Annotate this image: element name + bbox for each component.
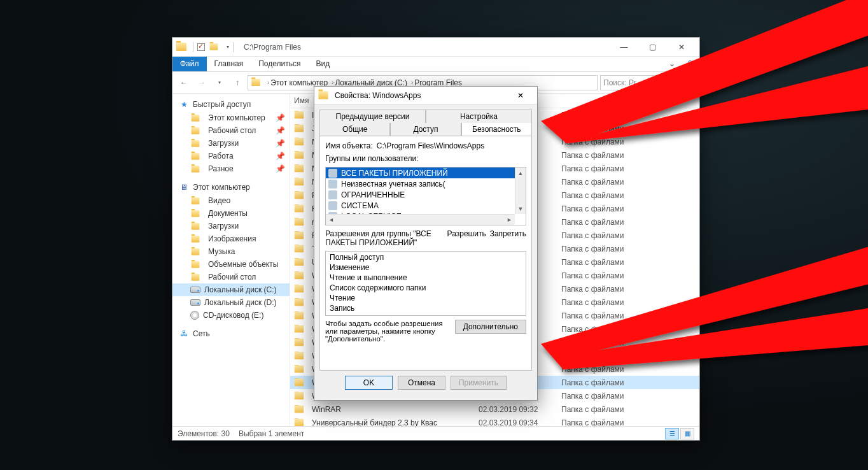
quick-access-toolbar: ▾ — [193, 42, 234, 52]
allow-header: Разрешить — [447, 229, 486, 247]
nav-pc-item[interactable]: Объемные объекты — [172, 258, 290, 271]
ribbon-tab-home[interactable]: Главная — [207, 57, 251, 71]
user-list-item[interactable]: Неизвестная учетная запись( — [326, 178, 526, 189]
ribbon-tab-view[interactable]: Вид — [308, 57, 337, 71]
ribbon-tabs: Файл Главная Поделиться Вид ⌄ ? — [172, 57, 699, 72]
nav-quick-item[interactable]: Загрузки📌 — [172, 137, 290, 150]
nav-quick-item[interactable]: Разное📌 — [172, 162, 290, 175]
folder-icon — [176, 43, 186, 51]
dialog-tabs: Предыдущие версии Настройка Общие Доступ… — [319, 110, 532, 136]
deny-header: Запретить — [490, 229, 526, 247]
folder-icon — [295, 272, 304, 280]
column-type[interactable] — [561, 96, 696, 105]
folder-icon — [295, 325, 304, 333]
tab-security[interactable]: Безопасность — [461, 123, 532, 136]
permissions-listbox[interactable]: Полный доступИзменениеЧтение и выполнени… — [325, 251, 526, 316]
permission-item: Чтение и выполнение — [330, 273, 522, 283]
permission-item: Изменение — [330, 263, 522, 273]
nav-quick-item[interactable]: Этот компьютер📌 — [172, 111, 290, 124]
folder-icon — [295, 205, 304, 213]
advanced-button[interactable]: Дополнительно — [455, 320, 526, 334]
user-list-item[interactable]: ВСЕ ПАКЕТЫ ПРИЛОЖЕНИЙ — [326, 167, 526, 178]
scrollbar-vertical[interactable]: ▲ ▼ — [515, 167, 526, 214]
forward-button[interactable]: → — [194, 75, 209, 90]
ok-button[interactable]: OK — [345, 376, 393, 390]
up-button[interactable]: ↑ — [230, 75, 245, 90]
user-list-item[interactable]: СИСТЕМА — [326, 200, 526, 211]
nav-this-pc[interactable]: 🖥 Этот компьютер — [172, 180, 290, 194]
nav-pc-item[interactable]: Локальный диск (C:) — [172, 283, 290, 296]
search-icon: 🔍 — [683, 78, 692, 87]
scroll-up-icon[interactable]: ▲ — [515, 167, 526, 178]
security-tab-page: Имя объекта: C:\Program Files\WindowsApp… — [319, 136, 532, 371]
folder-icon — [192, 127, 200, 134]
permission-item: Запись — [330, 304, 522, 314]
qat-properties-icon[interactable] — [197, 43, 205, 51]
ribbon-expand-icon[interactable]: ⌄ — [661, 57, 680, 71]
folder-icon — [295, 152, 304, 159]
folder-icon — [295, 352, 304, 360]
recent-dropdown-icon[interactable]: ▾ — [212, 75, 227, 90]
ribbon-help-icon[interactable]: ? — [680, 57, 699, 71]
folder-icon — [295, 419, 304, 427]
dialog-title: Свойства: WindowsApps — [335, 91, 421, 100]
permissions-label: Разрешения для группы "ВСЕ ПАКЕТЫ ПРИЛОЖ… — [325, 229, 447, 247]
ribbon-tab-share[interactable]: Поделиться — [251, 57, 308, 71]
scrollbar-horizontal[interactable]: ◄ ► — [326, 214, 515, 225]
qat-customize-icon[interactable]: ▾ — [227, 44, 229, 50]
ribbon-tab-file[interactable]: Файл — [172, 57, 207, 71]
pin-icon: 📌 — [276, 139, 283, 148]
nav-pc-item[interactable]: Загрузки — [172, 220, 290, 232]
maximize-button[interactable]: ▢ — [638, 38, 667, 57]
folder-icon — [192, 166, 200, 172]
folder-icon — [295, 138, 304, 146]
user-list-item[interactable]: ОГРАНИЧЕННЫЕ — [326, 189, 526, 200]
nav-pc-item[interactable]: Изображения — [172, 232, 290, 245]
nav-pc-item[interactable]: Музыка — [172, 245, 290, 258]
back-button[interactable]: ← — [176, 75, 192, 90]
tab-previous-versions[interactable]: Предыдущие версии — [319, 110, 426, 123]
nav-pc-item[interactable]: Документы — [172, 207, 290, 220]
cd-icon — [190, 311, 199, 320]
scroll-right-icon[interactable]: ► — [504, 215, 515, 225]
pin-icon: 📌 — [276, 152, 283, 160]
nav-network[interactable]: 🖧 Сеть — [172, 327, 290, 341]
folder-icon — [295, 339, 304, 346]
dialog-title-bar: Свойства: WindowsApps ✕ — [314, 87, 537, 104]
folder-icon — [192, 115, 200, 121]
apply-button[interactable]: Применить — [451, 376, 507, 390]
users-listbox[interactable]: ВСЕ ПАКЕТЫ ПРИЛОЖЕНИЙНеизвестная учетная… — [325, 167, 526, 225]
folder-icon — [295, 299, 304, 306]
folder-icon — [192, 210, 200, 217]
search-input[interactable]: Поиск: Pr... 🔍 — [600, 75, 696, 90]
nav-quick-access[interactable]: ★ Быстрый доступ — [172, 97, 290, 111]
icons-view-button[interactable]: ▦ — [680, 428, 694, 439]
close-button[interactable]: ✕ — [667, 38, 696, 57]
qat-newfolder-icon[interactable] — [210, 43, 218, 50]
folder-icon — [295, 285, 304, 293]
nav-quick-item[interactable]: Рабочий стол📌 — [172, 124, 290, 137]
nav-pc-item[interactable]: CD-дисковод (E:) — [172, 309, 290, 322]
folder-icon — [192, 197, 200, 204]
scroll-down-icon[interactable]: ▼ — [515, 203, 526, 214]
group-icon — [328, 190, 337, 199]
folder-icon — [295, 192, 304, 199]
permission-item: Полный доступ — [330, 253, 522, 263]
file-row[interactable]: WinRAR02.03.2019 09:32Папка с файлами — [290, 402, 699, 416]
details-view-button[interactable]: ☰ — [665, 428, 679, 439]
nav-pc-item[interactable]: Локальный диск (D:) — [172, 296, 290, 309]
folder-icon — [295, 245, 304, 253]
tab-sharing[interactable]: Доступ — [390, 123, 461, 136]
pin-icon: 📌 — [276, 113, 283, 122]
minimize-button[interactable]: ― — [610, 38, 638, 57]
nav-pc-item[interactable]: Рабочий стол — [172, 271, 290, 283]
folder-icon — [295, 218, 304, 226]
object-name-value: C:\Program Files\WindowsApps — [377, 141, 484, 150]
dialog-close-button[interactable]: ✕ — [508, 87, 533, 104]
scroll-left-icon[interactable]: ◄ — [326, 215, 337, 225]
tab-general[interactable]: Общие — [319, 123, 390, 136]
tab-customize[interactable]: Настройка — [426, 110, 532, 123]
nav-quick-item[interactable]: Работа📌 — [172, 150, 290, 162]
nav-pc-item[interactable]: Видео — [172, 194, 290, 207]
cancel-button[interactable]: Отмена — [398, 376, 445, 390]
